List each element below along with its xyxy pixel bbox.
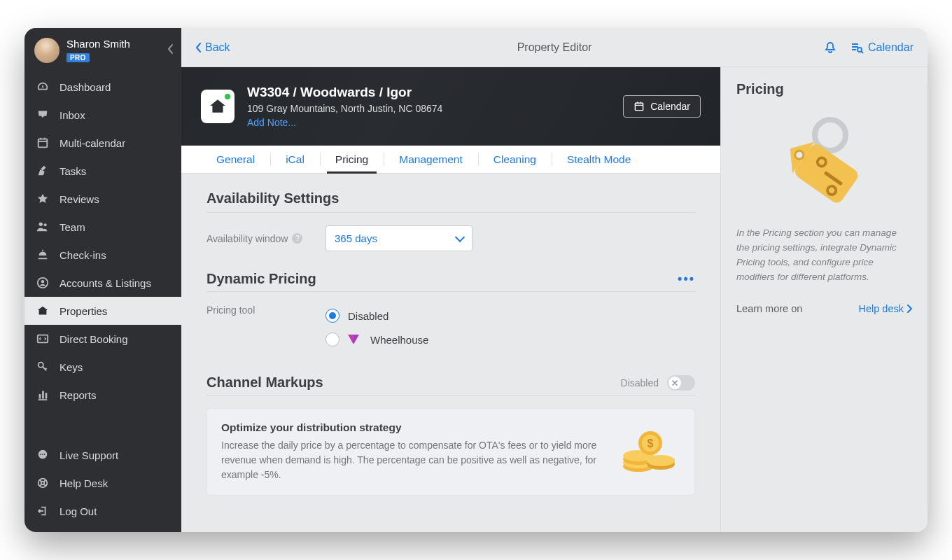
select-value: 365 days (335, 232, 377, 244)
right-panel-description: In the Pricing section you can manage th… (736, 226, 912, 285)
sidebar-item-inbox[interactable]: Inbox (24, 101, 181, 129)
calendar-button-label: Calendar (650, 101, 690, 112)
pricing-tool-radio-disabled[interactable] (326, 309, 340, 323)
divider (206, 291, 695, 292)
logout-icon (36, 504, 50, 518)
svg-point-10 (44, 454, 46, 455)
sidebar-item-label: Multi-calendar (59, 137, 125, 149)
calendar-grid-icon (36, 136, 50, 150)
svg-point-13 (858, 48, 862, 52)
sidebar-item-reviews[interactable]: Reviews (24, 185, 181, 213)
sidebar-item-label: Accounts & Listings (59, 277, 151, 289)
pricing-tag-illustration-icon (736, 114, 912, 212)
channel-markups-heading: Channel Markups (206, 374, 323, 391)
key-icon (36, 360, 50, 374)
svg-point-2 (44, 223, 47, 226)
tab-label: iCal (286, 153, 304, 166)
sidebar-item-label: Team (59, 221, 85, 233)
tab-cleaning[interactable]: Cleaning (478, 146, 552, 173)
tab-ical[interactable]: iCal (270, 146, 320, 173)
back-label: Back (205, 41, 230, 54)
close-icon (671, 379, 678, 386)
sidebar-item-label: Properties (59, 305, 107, 317)
calendar-icon (634, 101, 645, 112)
sidebar-item-accounts[interactable]: Accounts & Listings (24, 269, 181, 297)
user-name: Sharon Smith (66, 38, 130, 50)
sidebar-item-livesupport[interactable]: Live Support (24, 441, 181, 469)
add-note-link[interactable]: Add Note... (247, 117, 442, 128)
sidebar-item-team[interactable]: Team (24, 213, 181, 241)
sidebar-item-multicalendar[interactable]: Multi-calendar (24, 129, 181, 157)
pricing-tool-label: Pricing tool (206, 304, 312, 316)
pricing-tool-radio-wheelhouse[interactable] (326, 332, 340, 346)
channel-markups-state: Disabled (621, 377, 659, 388)
more-menu-button[interactable]: ••• (678, 272, 695, 286)
chevron-left-icon (167, 43, 174, 55)
sidebar-item-label: Reviews (59, 193, 99, 205)
inbox-icon (36, 108, 50, 122)
chat-icon (36, 448, 50, 462)
star-icon (36, 192, 50, 206)
tab-management[interactable]: Management (384, 146, 477, 173)
tab-label: Cleaning (493, 153, 536, 166)
sidebar-item-label: Reports (59, 389, 97, 401)
bell-icon (823, 41, 837, 55)
svg-point-6 (38, 363, 43, 368)
availability-window-label: Availability window ? (206, 233, 312, 244)
sidebar-item-properties[interactable]: Properties (24, 297, 181, 325)
sidebar-item-label: Tasks (59, 165, 86, 177)
sidebar-item-dashboard[interactable]: Dashboard (24, 73, 181, 101)
calendar-search-button[interactable]: Calendar (850, 41, 913, 55)
help-desk-link[interactable]: Help desk (859, 303, 912, 314)
house-icon (36, 304, 50, 318)
tab-stealth[interactable]: Stealth Mode (552, 146, 646, 173)
back-button[interactable]: Back (195, 41, 230, 54)
bottom-nav: Live Support Help Desk Log Out (24, 441, 181, 532)
notifications-button[interactable] (823, 41, 837, 55)
tab-label: General (216, 153, 255, 166)
tab-general[interactable]: General (201, 146, 270, 173)
list-search-icon (850, 41, 864, 55)
sidebar-item-label: Help Desk (59, 477, 108, 489)
chevron-right-icon (906, 304, 912, 313)
help-icon[interactable]: ? (292, 233, 302, 244)
sidebar-item-logout[interactable]: Log Out (24, 497, 181, 525)
sidebar-item-helpdesk[interactable]: Help Desk (24, 469, 181, 497)
broom-icon (36, 164, 50, 178)
radio-label: Wheelhouse (370, 334, 428, 346)
sidebar-item-reports[interactable]: Reports (24, 381, 181, 409)
property-address: 109 Gray Mountains, North Justin, NC 086… (247, 103, 442, 114)
availability-window-select[interactable]: 365 days (326, 225, 472, 251)
avatar[interactable] (34, 38, 59, 63)
sidebar: Sharon Smith PRO Dashboard Inbox Multi-c… (24, 28, 181, 532)
bell-service-icon (36, 248, 50, 262)
channel-markups-toggle[interactable] (667, 375, 695, 391)
collapse-sidebar-button[interactable] (167, 43, 174, 55)
user-block: Sharon Smith PRO (24, 28, 181, 70)
chevron-left-icon (195, 42, 202, 53)
property-calendar-button[interactable]: Calendar (623, 95, 701, 118)
sidebar-item-label: Direct Booking (59, 333, 128, 345)
topbar: Back Property Editor Calendar (181, 28, 927, 67)
svg-point-4 (41, 280, 45, 284)
sidebar-item-tasks[interactable]: Tasks (24, 157, 181, 185)
svg-point-20 (647, 455, 675, 466)
main-nav: Dashboard Inbox Multi-calendar Tasks Rev… (24, 73, 181, 409)
svg-text:$: $ (648, 438, 654, 449)
lifebuoy-icon (36, 476, 50, 490)
label-text: Availability window (206, 233, 288, 244)
sidebar-item-label: Check-ins (59, 249, 106, 261)
tab-label: Pricing (335, 153, 368, 166)
sidebar-item-checkins[interactable]: Check-ins (24, 241, 181, 269)
tab-pricing[interactable]: Pricing (320, 146, 384, 173)
dynamic-pricing-heading: Dynamic Pricing (206, 271, 316, 287)
sidebar-item-directbooking[interactable]: Direct Booking (24, 325, 181, 353)
sidebar-item-keys[interactable]: Keys (24, 353, 181, 381)
property-icon (201, 90, 234, 123)
right-panel: Pricing In the Pricing (720, 67, 927, 532)
calendar-label: Calendar (868, 41, 913, 54)
team-icon (36, 220, 50, 234)
sidebar-item-label: Keys (59, 361, 83, 373)
status-dot-icon (225, 94, 230, 99)
svg-point-12 (41, 482, 45, 485)
